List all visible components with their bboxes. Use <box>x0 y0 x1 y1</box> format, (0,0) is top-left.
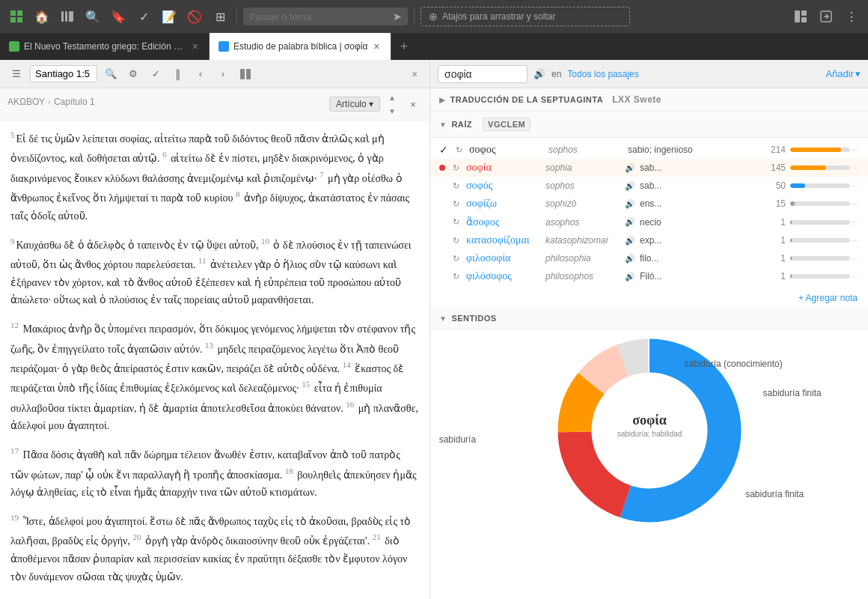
tab-word-study[interactable]: Estudio de palabra bíblica | σοφία × <box>210 33 391 60</box>
search-bar[interactable]: ➤ <box>243 7 408 25</box>
bar-dots-2: ⋯ <box>852 182 859 190</box>
word-translit-2: sophos <box>545 180 620 191</box>
word-meaning-1: sab... <box>640 162 759 173</box>
article-badge[interactable]: Artículo ▾ <box>329 97 380 112</box>
label-sabiduria: sabiduría <box>439 434 476 445</box>
tab1-close[interactable]: × <box>191 40 200 52</box>
audio-small-4[interactable]: 🔊 <box>625 217 635 227</box>
audio-small-1[interactable]: 🔊 <box>625 163 635 173</box>
word-greek-7: φιλόσοφος <box>466 270 541 282</box>
breadcrumb: ΑΚΩΒΟΥ › Capítulo 1 <box>7 97 95 107</box>
word-bar-container-2: ⋯ <box>790 182 859 190</box>
audio-small-2[interactable]: 🔊 <box>625 181 635 191</box>
audio-icon[interactable]: 🔊 <box>534 68 545 79</box>
cycle-icon-3: ↻ <box>450 198 462 210</box>
word-count-7: 1 <box>763 271 786 282</box>
layout-icon[interactable] <box>790 6 811 27</box>
column-layout-icon[interactable] <box>236 65 254 83</box>
scroll-up[interactable]: ▲ <box>385 91 400 103</box>
word-row-sophos[interactable]: ✓ ↻ σοφος sophos sabio; ingenioso 214 ⋯ <box>430 141 868 159</box>
word-bar-container-7: ⋯ <box>790 273 859 281</box>
word-row-asophos[interactable]: ↻ ἄσοφος asophos 🔊 necio 1 ⋯ <box>430 213 868 231</box>
word-count-2: 50 <box>763 180 786 191</box>
word-meaning-5: exp... <box>640 235 759 246</box>
svg-rect-2 <box>10 17 16 22</box>
menu-icon[interactable]: ☰ <box>7 65 25 83</box>
search-input[interactable] <box>249 11 390 22</box>
note-icon[interactable]: 📝 <box>159 6 180 27</box>
reference-input[interactable] <box>30 65 97 82</box>
search-submit-icon[interactable]: ➤ <box>393 10 402 22</box>
bar-dots-3: ⋯ <box>852 200 859 208</box>
word-meaning-6: filo... <box>640 253 759 264</box>
parallel-icon[interactable]: ∥ <box>169 65 187 83</box>
word-count-4: 1 <box>763 217 786 228</box>
word-row-sophizo[interactable]: ↻ σοφίζω sophizō 🔊 ens... 15 ⋯ <box>430 195 868 213</box>
close-text-icon[interactable]: × <box>404 95 422 113</box>
scroll-down[interactable]: ▼ <box>385 105 400 117</box>
cycle-icon-5: ↻ <box>450 234 462 246</box>
traduccion-section-header[interactable]: ▶ TRADUCCIÓN DE LA SEPTUAGINTA LXX Swete <box>430 88 868 112</box>
svg-rect-7 <box>795 10 800 22</box>
greek-text-6: 22 Γίνεσθε δὲ ποιηταὶ λόγου καὶ μὴ ἀκροα… <box>10 595 419 599</box>
cycle-icon-0: ↻ <box>453 144 465 156</box>
word-bar-1 <box>790 165 850 170</box>
add-note-link[interactable]: + Agregar nota <box>430 288 868 308</box>
word-bar-2 <box>790 183 850 188</box>
home-icon[interactable]: 🏠 <box>31 6 52 27</box>
prev-chapter[interactable]: ‹ <box>192 65 210 83</box>
word-meaning-0: sabio; ingenioso <box>628 145 759 155</box>
word-study-input[interactable] <box>438 65 528 83</box>
tab-nt-greek[interactable]: El Nuevo Testamento griego: Edición SBL … <box>0 33 210 60</box>
tab2-close[interactable]: × <box>372 40 381 52</box>
word-bar-container-6: ⋯ <box>790 255 859 263</box>
word-bar-4 <box>790 220 850 225</box>
check-ref-icon[interactable]: ✓ <box>147 65 165 83</box>
share-icon[interactable] <box>816 6 837 27</box>
svg-rect-5 <box>65 11 67 22</box>
tab-add-button[interactable]: + <box>391 33 418 60</box>
word-check-icon: ✓ <box>439 144 448 156</box>
raiz-section-header[interactable]: ▼ RAÍZ VGCLEM <box>430 112 868 138</box>
bookmark-icon[interactable]: 🔖 <box>108 6 129 27</box>
block-icon[interactable]: 🚫 <box>184 6 205 27</box>
audio-small-5[interactable]: 🔊 <box>625 236 635 246</box>
check-icon[interactable]: ✓ <box>133 6 154 27</box>
word-row-philosophia[interactable]: ↻ φιλοσοφία philosophia 🔊 filo... 1 ⋯ <box>430 249 868 267</box>
word-row-philosophos[interactable]: ↻ φιλόσοφος philosophos 🔊 Filó... 1 ⋯ <box>430 267 868 285</box>
more-options-icon[interactable]: ⋮ <box>841 6 862 27</box>
raiz-label: RAÍZ <box>451 120 472 129</box>
word-row-sophia[interactable]: ↻ σοφία sophia 🔊 sab... 145 ⋯ <box>430 159 868 177</box>
svg-rect-8 <box>801 10 807 16</box>
sentidos-section-header[interactable]: ▼ SENTIDOS <box>430 308 868 329</box>
search-icon[interactable]: 🔍 <box>82 6 103 27</box>
word-row-katasophizomai[interactable]: ↻ κατασοφίζομαι katasophizomai 🔊 exp... … <box>430 231 868 249</box>
search-ref-icon[interactable]: 🔍 <box>102 65 120 83</box>
word-bar-container-4: ⋯ <box>790 218 859 226</box>
logo-icon[interactable] <box>6 6 27 27</box>
word-bar-container-5: ⋯ <box>790 237 859 245</box>
traduccion-sublabel: LXX Swete <box>612 94 661 105</box>
svg-rect-6 <box>69 11 73 22</box>
audio-small-7[interactable]: 🔊 <box>625 272 635 282</box>
word-bar-container-1: ⋯ <box>790 164 859 172</box>
library-icon[interactable] <box>57 6 78 27</box>
svg-rect-11 <box>240 69 245 79</box>
left-panel-close[interactable]: × <box>407 67 422 82</box>
grid-icon[interactable]: ⊞ <box>210 6 230 27</box>
add-button[interactable]: Añadir ▾ <box>825 68 861 79</box>
word-count-6: 1 <box>763 253 786 264</box>
next-chapter[interactable]: › <box>214 65 232 83</box>
raiz-toggle: ▼ <box>439 121 447 129</box>
all-passages-link[interactable]: Todos los pasajes <box>567 69 638 79</box>
word-greek-2: σοφός <box>466 180 541 192</box>
word-meaning-3: ens... <box>640 198 759 209</box>
word-bar-5 <box>790 238 850 243</box>
audio-small-6[interactable]: 🔊 <box>625 254 635 264</box>
settings-ref-icon[interactable]: ⚙ <box>124 65 142 83</box>
audio-small-3[interactable]: 🔊 <box>625 199 635 209</box>
word-row-sophos2[interactable]: ↻ σοφός sophos 🔊 sab... 50 ⋯ <box>430 177 868 195</box>
word-count-5: 1 <box>763 235 786 246</box>
bar-dots-1: ⋯ <box>852 164 859 172</box>
word-bar-7 <box>790 274 850 279</box>
